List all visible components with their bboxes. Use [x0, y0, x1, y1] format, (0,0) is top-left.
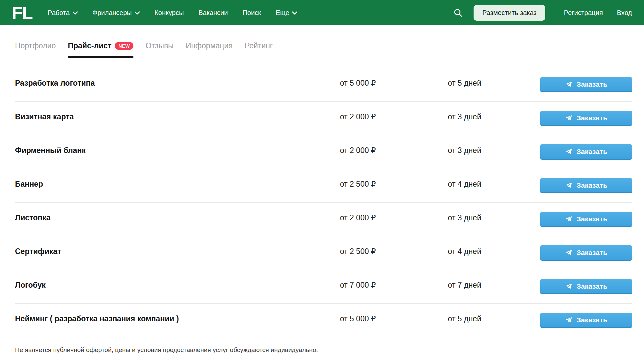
- tab-label: Рейтинг: [244, 41, 272, 50]
- order-button-label: Заказать: [577, 80, 607, 88]
- search-icon[interactable]: [453, 8, 463, 18]
- tab[interactable]: Прайс-лист NEW: [68, 38, 133, 58]
- service-title: Фирменный бланк: [15, 146, 289, 158]
- order-button-label: Заказать: [577, 249, 607, 257]
- tab-label: Отзывы: [145, 41, 173, 50]
- order-button-cell: Заказать: [540, 178, 632, 193]
- service-title: Разработка логотипа: [15, 79, 289, 91]
- nav-item[interactable]: Работа: [48, 9, 78, 17]
- paper-plane-icon: [565, 249, 573, 256]
- order-button-cell: Заказать: [540, 313, 632, 328]
- order-button-cell: Заказать: [540, 245, 632, 261]
- service-duration: от 3 дней: [376, 146, 481, 158]
- profile-tabs: Портфолио Прайс-лист NEW Отзывы Информац…: [15, 38, 632, 58]
- nav-item[interactable]: Еще: [276, 9, 297, 17]
- service-price: от 2 000 ₽: [289, 112, 376, 125]
- tab-label: Прайс-лист: [68, 41, 111, 50]
- service-price: от 5 000 ₽: [289, 314, 376, 327]
- service-price: от 2 000 ₽: [289, 146, 376, 158]
- paper-plane-icon: [565, 181, 573, 189]
- service-duration: от 4 дней: [376, 180, 481, 192]
- main-nav: Работа Фрилансеры Конкурсы Вакансии Поис…: [48, 9, 297, 17]
- price-list-row: Фирменный бланк от 2 000 ₽ от 3 дней Зак…: [15, 135, 632, 169]
- order-button-label: Заказать: [577, 316, 607, 324]
- paper-plane-icon: [565, 80, 573, 88]
- login-link[interactable]: Вход: [617, 9, 632, 17]
- order-button[interactable]: Заказать: [540, 313, 632, 328]
- nav-item[interactable]: Фрилансеры: [92, 9, 140, 17]
- price-list-row: Разработка логотипа от 5 000 ₽ от 5 дней…: [15, 68, 632, 102]
- header-right: Разместить заказ Регистрация Вход: [453, 5, 632, 21]
- order-button[interactable]: Заказать: [540, 279, 632, 294]
- nav-item-label: Фрилансеры: [92, 9, 132, 17]
- price-list-table: Разработка логотипа от 5 000 ₽ от 5 дней…: [15, 58, 632, 337]
- nav-item-label: Вакансии: [198, 9, 228, 17]
- service-price: от 2 500 ₽: [289, 180, 376, 192]
- top-navbar: FL Работа Фрилансеры Конкурсы Вакансии: [0, 0, 644, 25]
- place-order-button[interactable]: Разместить заказ: [474, 5, 545, 21]
- price-list-row: Визитная карта от 2 000 ₽ от 3 дней Зака…: [15, 102, 632, 135]
- order-button[interactable]: Заказать: [540, 77, 632, 92]
- paper-plane-icon: [565, 148, 573, 155]
- paper-plane-icon: [565, 282, 573, 290]
- service-title: Логобук: [15, 281, 289, 293]
- chevron-down-icon: [135, 11, 140, 15]
- order-button-cell: Заказать: [540, 144, 632, 160]
- order-button-cell: Заказать: [540, 77, 632, 92]
- profile-content: Портфолио Прайс-лист NEW Отзывы Информац…: [15, 38, 632, 354]
- nav-item[interactable]: Вакансии: [198, 9, 228, 17]
- nav-item-label: Работа: [48, 9, 70, 17]
- service-title: Нейминг ( разработка названия компании ): [15, 314, 289, 327]
- order-button[interactable]: Заказать: [540, 111, 632, 126]
- fl-logo[interactable]: FL: [12, 4, 32, 22]
- service-duration: от 7 дней: [376, 281, 481, 293]
- service-price: от 2 500 ₽: [289, 247, 376, 259]
- price-list-row: Сертификат от 2 500 ₽ от 4 дней Заказать: [15, 236, 632, 270]
- chevron-down-icon: [73, 11, 78, 15]
- service-duration: от 3 дней: [376, 213, 481, 226]
- service-duration: от 5 дней: [376, 314, 481, 327]
- chevron-down-icon: [292, 11, 297, 15]
- tab[interactable]: Отзывы: [145, 38, 173, 58]
- order-button-label: Заказать: [577, 282, 607, 290]
- order-button[interactable]: Заказать: [540, 245, 632, 261]
- order-button[interactable]: Заказать: [540, 144, 632, 160]
- tab[interactable]: Информация: [186, 38, 233, 58]
- tab-label: Информация: [186, 41, 233, 50]
- service-duration: от 3 дней: [376, 112, 481, 125]
- paper-plane-icon: [565, 215, 573, 223]
- service-price: от 7 000 ₽: [289, 281, 376, 293]
- order-button-cell: Заказать: [540, 111, 632, 126]
- tab[interactable]: Портфолио: [15, 38, 56, 58]
- paper-plane-icon: [565, 316, 573, 324]
- nav-item[interactable]: Поиск: [242, 9, 261, 17]
- nav-item-label: Еще: [276, 9, 289, 17]
- order-button-label: Заказать: [577, 181, 607, 189]
- new-badge: NEW: [115, 42, 133, 50]
- service-title: Визитная карта: [15, 112, 289, 125]
- order-button-label: Заказать: [577, 114, 607, 122]
- disclaimer-text: Не является публичной офертой, цены и ус…: [15, 346, 632, 354]
- paper-plane-icon: [565, 114, 573, 122]
- order-button[interactable]: Заказать: [540, 212, 632, 227]
- price-list-row: Листовка от 2 000 ₽ от 3 дней Заказать: [15, 203, 632, 236]
- order-button-cell: Заказать: [540, 279, 632, 294]
- order-button[interactable]: Заказать: [540, 178, 632, 193]
- service-title: Листовка: [15, 213, 289, 226]
- nav-item-label: Конкурсы: [154, 9, 184, 17]
- registration-link[interactable]: Регистрация: [564, 9, 603, 17]
- order-button-label: Заказать: [577, 148, 607, 156]
- service-price: от 5 000 ₽: [289, 79, 376, 91]
- price-list-row: Логобук от 7 000 ₽ от 7 дней Заказать: [15, 270, 632, 304]
- nav-item[interactable]: Конкурсы: [154, 9, 184, 17]
- price-list-row: Нейминг ( разработка названия компании )…: [15, 304, 632, 337]
- service-duration: от 5 дней: [376, 79, 481, 91]
- tab-label: Портфолио: [15, 41, 56, 50]
- nav-item-label: Поиск: [242, 9, 261, 17]
- order-button-label: Заказать: [577, 215, 607, 223]
- service-title: Сертификат: [15, 247, 289, 259]
- tab[interactable]: Рейтинг: [244, 38, 272, 58]
- service-duration: от 4 дней: [376, 247, 481, 259]
- service-price: от 2 000 ₽: [289, 213, 376, 226]
- price-list-row: Баннер от 2 500 ₽ от 4 дней Заказать: [15, 169, 632, 203]
